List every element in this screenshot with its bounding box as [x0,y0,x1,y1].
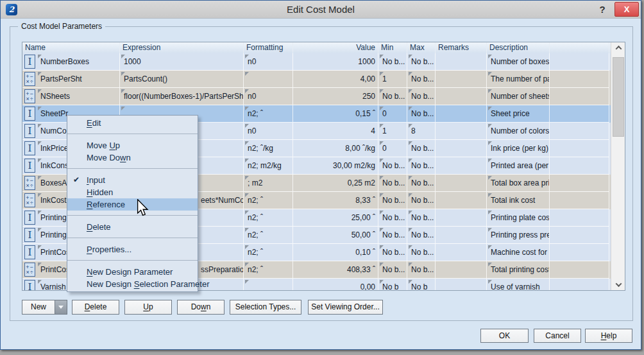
cell-formatting [244,71,293,88]
cell-formatting: n2; m2/kg [244,157,293,175]
menu-item-hidden[interactable]: Hidden [67,186,198,198]
new-button[interactable]: New [22,300,55,315]
set-viewing-order-button[interactable]: Set Viewing Order... [308,300,383,315]
down-button[interactable]: Down [177,300,225,315]
column-header-min[interactable]: Min [378,42,407,53]
menu-item-move-down[interactable]: Move Down [67,152,198,164]
cell-expression: PartsCount() [120,71,244,88]
cell-marker-icon [380,263,384,266]
formula-parameter-icon: +−×÷ [24,193,35,207]
cell-remarks [436,140,487,157]
cell-min: No b... [378,53,407,71]
cell-remarks [436,244,487,261]
cell-marker-icon [380,55,384,58]
cell-marker-icon [38,141,42,145]
scrollbar-thumb[interactable] [613,57,624,137]
menu-item-new-design-parameter[interactable]: New Design Parameter [67,266,198,278]
input-parameter-icon: I [24,141,35,155]
cell-max: No b... [407,227,436,244]
menu-item-properties[interactable]: Properties... [67,243,198,255]
cancel-button[interactable]: Cancel [534,329,581,343]
menu-item-input[interactable]: ✔Input [67,174,198,186]
input-parameter-icon: I [24,245,35,259]
cell-name: +−×÷PartsPerSht [22,71,120,88]
up-button[interactable]: Up [124,300,172,315]
cell-max: 8 [407,123,436,140]
table-row[interactable]: INumberBoxes1000n01000No b...No b...Numb… [22,53,625,71]
column-header-filler[interactable] [550,42,609,53]
cell-marker-icon [380,228,384,232]
cell-marker-icon [488,124,492,128]
column-header-value[interactable]: Value [293,42,378,53]
cell-description: Machine cost for ... [487,244,550,261]
cell-filler [550,244,609,261]
cell-min: 1 [378,123,407,140]
menu-item-move-up[interactable]: Move Up [67,139,198,152]
close-icon[interactable]: X [614,2,639,17]
new-dropdown-icon[interactable] [55,300,67,315]
table-row[interactable]: +−×÷PartsPerShtPartsCount()4,001No b...T… [22,71,625,88]
column-header-formatting[interactable]: Formatting [244,42,293,53]
vertical-scrollbar[interactable] [611,42,625,290]
cell-marker-icon [488,228,492,232]
input-parameter-icon: I [24,159,35,173]
cell-value: 4 [293,123,378,140]
cell-marker-icon [409,176,412,180]
scroll-up-icon[interactable] [611,42,625,53]
cell-max: No b... [407,53,436,71]
cell-description: Printing plate cost [487,209,550,227]
cell-filler [550,209,609,227]
ok-button[interactable]: OK [480,329,529,343]
cell-marker-icon [409,55,412,58]
cell-max: No b... [407,157,436,175]
menu-separator [67,238,198,238]
cell-description: Total ink cost [487,192,550,209]
menu-item-new-design-selection-parameter[interactable]: New Design Selection Parameter [67,278,198,290]
column-header-description[interactable]: Description [487,42,550,53]
edit-cost-model-dialog: 2 Edit Cost Model ? X Cost Model Paramet… [0,0,641,350]
cell-marker-icon [245,280,249,284]
help-icon[interactable]: ? [595,3,610,17]
column-header-remarks[interactable]: Remarks [436,42,487,53]
cell-formatting: n2; ˆ [244,244,293,261]
selection-types-button[interactable]: Selection Types... [230,300,301,315]
cell-value: 0,10 ˆ [293,244,378,261]
column-header-max[interactable]: Max [407,42,436,53]
cell-min: No b... [378,175,407,192]
cell-marker-icon [409,228,412,232]
cell-marker-icon [245,245,249,249]
cell-description: Number of boxes [487,53,550,71]
cell-marker-icon [488,72,492,76]
scroll-down-icon[interactable] [611,279,625,290]
input-parameter-icon: I [24,124,35,138]
menu-item-edit[interactable]: Edit [67,117,198,129]
cell-formatting: n2; ˆ [244,209,293,227]
cell-max: No b... [407,175,436,192]
cell-marker-icon [245,72,249,76]
table-row[interactable]: +−×÷NSheetsfloor((NumberBoxes-1)/PartsPe… [22,88,625,105]
cell-marker-icon [245,211,249,214]
cell-max: No b [407,279,436,291]
help-button[interactable]: Help [585,329,632,343]
cell-marker-icon [38,211,42,214]
cell-value: 0,25 m2 [293,175,378,192]
cell-description: Use of varnish [487,279,550,291]
menu-item-reference[interactable]: Reference [67,198,198,211]
cell-remarks [436,192,487,209]
cell-marker-icon [380,193,384,197]
cell-marker-icon [488,176,492,180]
cell-marker-icon [38,280,42,284]
cell-formatting: n2; ˆ [244,261,293,279]
column-header-name[interactable]: Name [22,42,120,53]
cell-remarks [436,209,487,227]
cell-description: Number of sheets [487,88,550,105]
cell-marker-icon [121,55,125,58]
menu-item-delete[interactable]: Delete [67,221,198,233]
column-header-expression[interactable]: Expression [120,42,244,53]
delete-button[interactable]: Delete [72,300,119,315]
cell-marker-icon [38,89,42,93]
cell-marker-icon [38,263,42,266]
cell-marker-icon [488,89,492,93]
cell-description: Sheet price [487,105,550,123]
cell-marker-icon [38,72,42,76]
